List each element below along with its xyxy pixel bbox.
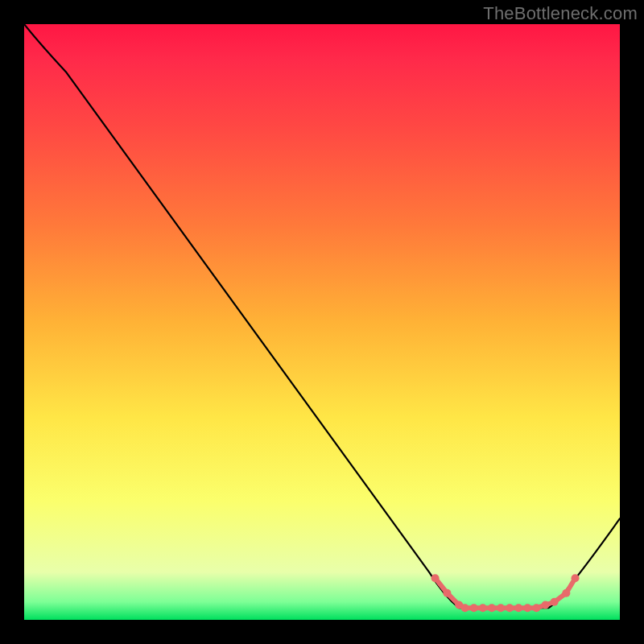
marker-dot bbox=[506, 604, 514, 612]
marker-dot bbox=[514, 604, 522, 612]
marker-dot bbox=[542, 601, 550, 609]
marker-dot bbox=[532, 604, 540, 612]
marker-dot bbox=[470, 604, 478, 612]
chart-svg bbox=[24, 24, 620, 620]
curve-line bbox=[24, 24, 620, 608]
marker-dot bbox=[497, 604, 505, 612]
marker-dot bbox=[551, 598, 559, 606]
marker-dot bbox=[443, 589, 451, 597]
marker-dot bbox=[562, 589, 570, 597]
marker-dot bbox=[479, 604, 487, 612]
chart-frame: TheBottleneck.com bbox=[0, 0, 644, 644]
watermark-text: TheBottleneck.com bbox=[483, 3, 638, 24]
marker-dot bbox=[488, 604, 496, 612]
marker-dot bbox=[572, 574, 580, 582]
marker-dot bbox=[461, 604, 469, 612]
marker-dot bbox=[523, 604, 531, 612]
marker-dot bbox=[431, 574, 440, 582]
